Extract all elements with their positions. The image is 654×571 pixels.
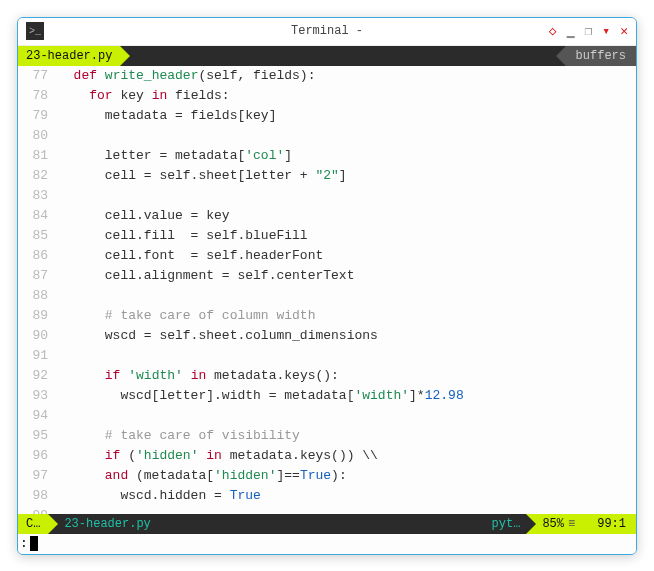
tab-bar: 23-header.py buffers	[18, 46, 636, 66]
line-number: 96	[18, 446, 58, 466]
code-line[interactable]: 84 cell.value = key	[18, 206, 636, 226]
close-icon[interactable]: ✕	[620, 23, 628, 39]
status-line: 99	[597, 517, 611, 531]
tab-active[interactable]: 23-header.py	[18, 46, 120, 66]
status-mode-text: C…	[26, 517, 40, 531]
line-number: 89	[18, 306, 58, 326]
code-content: and (metadata['hidden']==True):	[58, 466, 636, 486]
code-line[interactable]: 81 letter = metadata['col']	[18, 146, 636, 166]
status-filetype-text: pyt…	[492, 517, 521, 531]
code-line[interactable]: 91	[18, 346, 636, 366]
code-line[interactable]: 82 cell = self.sheet[letter + "2"]	[18, 166, 636, 186]
line-number: 78	[18, 86, 58, 106]
line-number: 99	[18, 506, 58, 514]
code-content	[58, 126, 636, 146]
code-content: # take care of visibility	[58, 426, 636, 446]
code-content: def write_header(self, fields):	[58, 66, 636, 86]
line-number: 83	[18, 186, 58, 206]
code-content: cell.fill = self.blueFill	[58, 226, 636, 246]
command-prompt: :	[20, 536, 28, 551]
restore-icon[interactable]: ❐	[585, 23, 593, 39]
line-number: 85	[18, 226, 58, 246]
status-col: 1	[619, 517, 626, 531]
hamburger-icon: ≡	[568, 517, 575, 531]
line-number: 91	[18, 346, 58, 366]
code-line[interactable]: 90 wscd = self.sheet.column_dimensions	[18, 326, 636, 346]
titlebar: >_ Terminal - ◇ ▁ ❐ ▾ ✕	[18, 18, 636, 46]
code-line[interactable]: 96 if ('hidden' in metadata.keys()) \\	[18, 446, 636, 466]
status-mode: C…	[18, 514, 48, 534]
line-number: 98	[18, 486, 58, 506]
code-content: cell.value = key	[58, 206, 636, 226]
status-file-text: 23-header.py	[64, 517, 150, 531]
code-content: # take care of column width	[58, 306, 636, 326]
code-line[interactable]: 78 for key in fields:	[18, 86, 636, 106]
window-title: Terminal -	[291, 24, 363, 38]
code-content: letter = metadata['col']	[58, 146, 636, 166]
code-content: if ('hidden' in metadata.keys()) \\	[58, 446, 636, 466]
code-content	[58, 286, 636, 306]
code-content: wscd.hidden = True	[58, 486, 636, 506]
code-content	[58, 506, 636, 514]
line-number: 86	[18, 246, 58, 266]
status-filetype: pyt…	[484, 514, 527, 534]
status-file: 23-header.py	[48, 514, 483, 534]
line-number: 84	[18, 206, 58, 226]
minimize-icon[interactable]: ▁	[567, 23, 575, 39]
code-content: cell = self.sheet[letter + "2"]	[58, 166, 636, 186]
terminal-icon: >_	[26, 22, 44, 40]
code-content	[58, 406, 636, 426]
tab-label: 23-header.py	[26, 49, 112, 63]
status-position: 99: 1	[587, 514, 636, 534]
code-line[interactable]: 94	[18, 406, 636, 426]
line-number: 77	[18, 66, 58, 86]
terminal-window: >_ Terminal - ◇ ▁ ❐ ▾ ✕ 23-header.py buf…	[17, 17, 637, 555]
status-bar: C… 23-header.py pyt… 85% ≡ 99: 1	[18, 514, 636, 534]
code-content	[58, 186, 636, 206]
code-line[interactable]: 83	[18, 186, 636, 206]
buffers-label: buffers	[576, 49, 626, 63]
code-content: for key in fields:	[58, 86, 636, 106]
code-line[interactable]: 92 if 'width' in metadata.keys():	[18, 366, 636, 386]
code-content	[58, 346, 636, 366]
line-number: 92	[18, 366, 58, 386]
code-content: wscd = self.sheet.column_dimensions	[58, 326, 636, 346]
line-number: 82	[18, 166, 58, 186]
code-line[interactable]: 86 cell.font = self.headerFont	[18, 246, 636, 266]
code-line[interactable]: 85 cell.fill = self.blueFill	[18, 226, 636, 246]
code-line[interactable]: 97 and (metadata['hidden']==True):	[18, 466, 636, 486]
code-content: wscd[letter].width = metadata['width']*1…	[58, 386, 636, 406]
pin-icon[interactable]: ◇	[549, 23, 557, 39]
line-number: 90	[18, 326, 58, 346]
code-content: metadata = fields[key]	[58, 106, 636, 126]
code-line[interactable]: 87 cell.alignment = self.centerText	[18, 266, 636, 286]
maximize-icon[interactable]: ▾	[602, 23, 610, 39]
line-number: 79	[18, 106, 58, 126]
code-line[interactable]: 99	[18, 506, 636, 514]
command-line[interactable]: :	[18, 534, 636, 554]
line-number: 80	[18, 126, 58, 146]
line-number: 88	[18, 286, 58, 306]
line-number: 97	[18, 466, 58, 486]
status-percent-text: 85%	[542, 517, 564, 531]
code-content: cell.alignment = self.centerText	[58, 266, 636, 286]
code-line[interactable]: 88	[18, 286, 636, 306]
window-controls: ◇ ▁ ❐ ▾ ✕	[549, 23, 628, 39]
line-number: 93	[18, 386, 58, 406]
cursor	[30, 536, 38, 551]
buffers-indicator[interactable]: buffers	[566, 46, 636, 66]
line-number: 87	[18, 266, 58, 286]
editor-area[interactable]: 77 def write_header(self, fields):78 for…	[18, 66, 636, 514]
code-line[interactable]: 98 wscd.hidden = True	[18, 486, 636, 506]
line-number: 95	[18, 426, 58, 446]
line-number: 81	[18, 146, 58, 166]
code-line[interactable]: 79 metadata = fields[key]	[18, 106, 636, 126]
line-number: 94	[18, 406, 58, 426]
code-content: cell.font = self.headerFont	[58, 246, 636, 266]
code-content: if 'width' in metadata.keys():	[58, 366, 636, 386]
code-line[interactable]: 89 # take care of column width	[18, 306, 636, 326]
code-line[interactable]: 77 def write_header(self, fields):	[18, 66, 636, 86]
code-line[interactable]: 93 wscd[letter].width = metadata['width'…	[18, 386, 636, 406]
code-line[interactable]: 95 # take care of visibility	[18, 426, 636, 446]
code-line[interactable]: 80	[18, 126, 636, 146]
